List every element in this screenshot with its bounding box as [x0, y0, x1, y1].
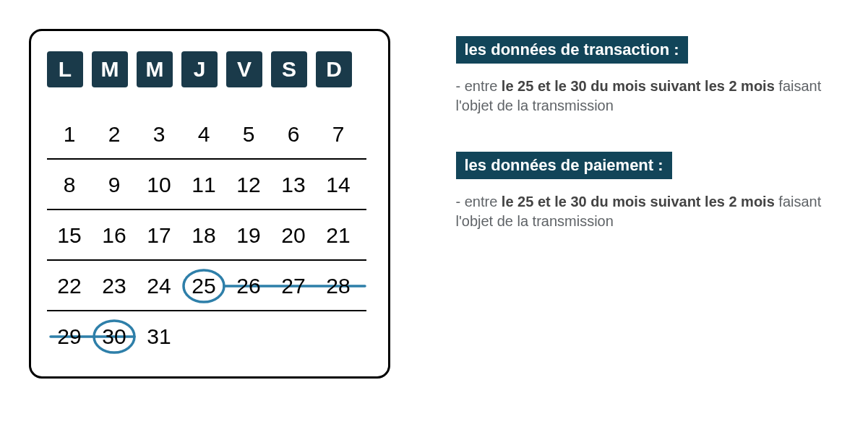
calendar-day: 28: [316, 274, 361, 298]
calendar-day: 15: [47, 223, 92, 248]
calendar-day: 30: [92, 324, 137, 349]
calendar-day: 29: [47, 324, 92, 349]
calendar-header-cell: V: [226, 51, 262, 87]
calendar-day: 21: [316, 223, 361, 248]
calendar-day: 19: [226, 223, 271, 248]
calendar-day: 13: [271, 173, 316, 197]
calendar-day: 16: [92, 223, 137, 248]
calendar-header-cell: J: [181, 51, 218, 87]
info-prefix: - entre: [456, 78, 502, 94]
info-block-transaction: les données de transaction : - entre le …: [456, 36, 840, 116]
calendar-day: 31: [137, 324, 181, 349]
calendar-day: 17: [137, 223, 181, 248]
calendar-day: 23: [92, 274, 137, 298]
calendar-row: 15 16 17 18 19 20 21: [47, 210, 372, 261]
info-bold: le 25 et le 30 du mois suivant les 2 moi…: [502, 78, 775, 94]
calendar-row: 1 2 3 4 5 6 7: [47, 109, 372, 160]
calendar-day: 7: [316, 122, 361, 147]
calendar-day: 10: [137, 173, 181, 197]
calendar-day: 24: [137, 274, 181, 298]
calendar-day: 18: [181, 223, 226, 248]
calendar-header-cell: M: [137, 51, 173, 87]
info-text-paiement: - entre le 25 et le 30 du mois suivant l…: [456, 192, 840, 231]
calendar-day: 2: [92, 122, 137, 147]
calendar-header-cell: D: [316, 51, 352, 87]
calendar-day: 11: [181, 173, 226, 197]
info-block-paiement: les données de paiement : - entre le 25 …: [456, 152, 840, 231]
calendar-day: 9: [92, 173, 137, 197]
calendar-row: 8 9 10 11 12 13 14: [47, 160, 372, 210]
calendar: L M M J V S D 1 2 3 4 5 6 7 8 9 10: [29, 29, 390, 379]
calendar-header-cell: M: [92, 51, 128, 87]
calendar-day: 3: [137, 122, 181, 147]
calendar-day: 4: [181, 122, 226, 147]
calendar-header-row: L M M J V S D: [47, 51, 372, 87]
info-title-transaction: les données de transaction :: [456, 36, 688, 64]
info-text-transaction: - entre le 25 et le 30 du mois suivant l…: [456, 77, 840, 116]
calendar-day: 1: [47, 122, 92, 147]
calendar-day: 27: [271, 274, 316, 298]
calendar-day: 6: [271, 122, 316, 147]
calendar-day: 8: [47, 173, 92, 197]
info-prefix: - entre: [456, 194, 502, 209]
calendar-day: 5: [226, 122, 271, 147]
calendar-day: 25: [181, 274, 226, 298]
calendar-row: 29 30 31: [47, 311, 372, 362]
calendar-day: 12: [226, 173, 271, 197]
info-title-paiement: les données de paiement :: [456, 152, 672, 179]
info-bold: le 25 et le 30 du mois suivant les 2 moi…: [502, 194, 775, 209]
calendar-header-cell: S: [271, 51, 307, 87]
calendar-day: 26: [226, 274, 271, 298]
calendar-row: 22 23 24 25 26 27 28: [47, 261, 372, 311]
calendar-day: 20: [271, 223, 316, 248]
calendar-day: 14: [316, 173, 361, 197]
calendar-header-cell: L: [47, 51, 83, 87]
calendar-day: 22: [47, 274, 92, 298]
